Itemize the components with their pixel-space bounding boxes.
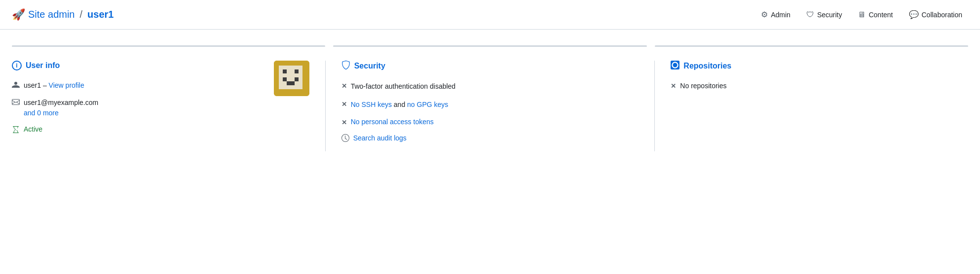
nav-content[interactable]: 🖥 Content [852, 7, 899, 22]
avatar [274, 61, 309, 96]
no-repos-item: ✕ No repositories [671, 81, 968, 90]
svg-rect-28 [291, 81, 295, 85]
security-header: Security [341, 61, 639, 71]
user-info-title: User info [26, 61, 60, 70]
2fa-text: Two-factor authentication disabled [351, 81, 455, 92]
svg-rect-9 [287, 69, 291, 73]
security-title: Security [354, 62, 385, 70]
svg-rect-1 [279, 66, 283, 69]
username-text: user1 [24, 81, 41, 89]
svg-rect-21 [287, 77, 291, 81]
ssh-gpg-item: ✕ No SSH keys and no GPG keys [341, 100, 639, 110]
repo-section-icon [671, 61, 679, 71]
info-circle-icon: i [12, 61, 22, 70]
svg-rect-14 [283, 73, 287, 77]
x-icon-2fa: ✕ [341, 82, 347, 90]
svg-rect-6 [299, 66, 302, 69]
breadcrumb-slash: / [80, 9, 83, 20]
site-admin-link[interactable]: Site admin [28, 9, 75, 20]
repositories-title: Repositories [683, 62, 731, 70]
svg-rect-18 [299, 73, 302, 77]
svg-rect-27 [287, 81, 291, 85]
view-profile-link[interactable]: View profile [49, 81, 84, 89]
svg-rect-31 [279, 85, 283, 89]
svg-rect-20 [283, 77, 287, 81]
svg-rect-12 [299, 69, 302, 73]
svg-rect-36 [299, 85, 302, 89]
ssh-and-text: and [392, 101, 407, 108]
top-dividers [12, 41, 968, 47]
security-column: Security ✕ Two-factor authentication dis… [341, 61, 655, 151]
audit-logs-link[interactable]: Search audit logs [353, 134, 407, 142]
svg-rect-5 [295, 66, 299, 69]
user-info-header: i User info [12, 61, 266, 70]
and-more-link[interactable]: and 0 more [24, 109, 59, 117]
repositories-header: Repositories [671, 61, 968, 71]
x-icon-repos: ✕ [671, 82, 676, 90]
user-info-column: i User info user1 – View profile [12, 61, 326, 151]
status-label[interactable]: Active [24, 125, 42, 133]
nav-admin-label: Admin [771, 11, 791, 19]
main-content: i User info user1 – View profile [0, 30, 980, 151]
email-text: user1@myexample.com [24, 98, 98, 108]
svg-rect-4 [291, 66, 295, 69]
nav-admin[interactable]: ⚙ Admin [755, 7, 796, 22]
svg-rect-11 [295, 69, 299, 73]
collaboration-icon: 💬 [909, 10, 919, 19]
columns-container: i User info user1 – View profile [12, 61, 968, 151]
svg-rect-17 [295, 73, 299, 77]
ssh-gpg-text: No SSH keys and no GPG keys [351, 100, 449, 110]
svg-rect-26 [283, 81, 287, 85]
svg-rect-24 [299, 77, 302, 81]
audit-item: Search audit logs [341, 134, 639, 143]
content-icon: 🖥 [858, 10, 866, 19]
email-content: user1@myexample.com and 0 more [24, 98, 98, 118]
ssh-keys-link[interactable]: No SSH keys [351, 101, 392, 108]
svg-rect-19 [279, 77, 283, 81]
divider-2 [333, 45, 646, 47]
envelope-icon [12, 98, 20, 107]
svg-rect-25 [279, 81, 283, 85]
username-item: user1 – View profile [12, 80, 266, 91]
avatar-image [274, 61, 309, 96]
2fa-item: ✕ Two-factor authentication disabled [341, 81, 639, 92]
svg-rect-23 [295, 77, 299, 81]
svg-rect-8 [283, 69, 287, 73]
nav-collaboration[interactable]: 💬 Collaboration [903, 7, 969, 22]
svg-rect-32 [283, 85, 287, 89]
avatar-container [274, 61, 309, 96]
email-item: user1@myexample.com and 0 more [12, 98, 266, 118]
status-item: Active [12, 125, 266, 135]
svg-rect-16 [291, 73, 295, 77]
user-breadcrumb-link[interactable]: user1 [87, 9, 113, 20]
header-nav: ⚙ Admin 🛡 Security 🖥 Content 💬 Collabora… [755, 7, 968, 22]
svg-rect-34 [291, 85, 295, 89]
username-separator: – [43, 81, 49, 89]
svg-rect-30 [299, 81, 302, 85]
x-icon-pat: ✕ [341, 119, 347, 126]
svg-rect-29 [295, 81, 299, 85]
divider-1 [12, 45, 325, 47]
svg-rect-2 [283, 66, 287, 69]
shield-section-icon [341, 61, 350, 71]
svg-rect-15 [287, 73, 291, 77]
gpg-keys-link[interactable]: no GPG keys [407, 101, 448, 108]
nav-security[interactable]: 🛡 Security [800, 7, 848, 22]
svg-rect-7 [279, 69, 283, 73]
svg-rect-3 [287, 66, 291, 69]
user-info-content: i User info user1 – View profile [12, 61, 266, 142]
nav-content-label: Content [868, 11, 893, 19]
shield-nav-icon: 🛡 [806, 10, 814, 19]
svg-rect-13 [279, 73, 283, 77]
nav-security-label: Security [817, 11, 842, 19]
svg-rect-10 [291, 69, 295, 73]
hourglass-icon [12, 126, 20, 135]
no-repos-text: No repositories [680, 82, 726, 90]
divider-3 [655, 45, 968, 47]
history-icon [341, 134, 349, 143]
pat-link[interactable]: No personal access tokens [351, 118, 434, 126]
repositories-column: Repositories ✕ No repositories [671, 61, 968, 151]
svg-rect-33 [287, 85, 291, 89]
x-icon-ssh: ✕ [341, 101, 347, 108]
pat-item: ✕ No personal access tokens [341, 118, 639, 126]
